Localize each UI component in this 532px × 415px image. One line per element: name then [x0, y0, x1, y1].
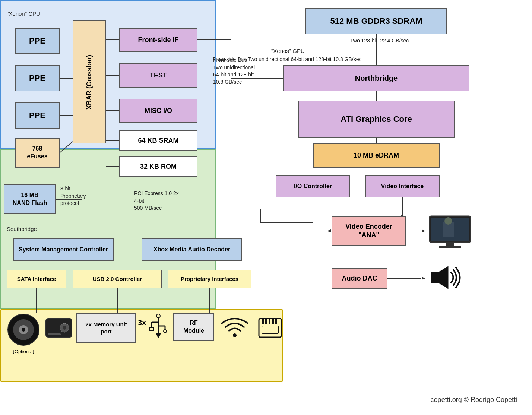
frontside-bus-text: Front-side Bus Two unidirectional 64-bit…: [213, 57, 255, 86]
diagram: "Xenon" CPU PPE PPE PPE XBAR (Crossbar) …: [0, 0, 532, 415]
edram-box: 10 MB eDRAM: [313, 143, 440, 168]
svg-marker-24: [422, 277, 425, 280]
svg-rect-62: [269, 319, 270, 324]
svg-point-55: [164, 330, 167, 333]
disc-icon: (Optional): [7, 313, 40, 354]
usb3x-label: 3x: [138, 319, 146, 327]
svg-point-37: [444, 217, 452, 225]
svg-rect-65: [262, 326, 278, 333]
nand-label: 16 MB NAND Flash: [13, 191, 47, 207]
test-box: TEST: [119, 63, 197, 88]
audio-dac-box: Audio DAC: [332, 268, 387, 289]
ppe2-box: PPE: [15, 65, 60, 91]
pcie-label: PCI Express 1.0 2x 4-bit 500 MB/sec: [134, 190, 179, 212]
sram64-box: 64 KB SRAM: [119, 130, 197, 151]
efuses-label: 768 eFuses: [27, 145, 47, 161]
xmad-box: Xbox Media Audio Decoder: [142, 238, 242, 261]
svg-marker-40: [431, 266, 448, 289]
nand-box: 16 MB NAND Flash: [4, 184, 56, 214]
northbridge-box: Northbridge: [283, 65, 469, 91]
svg-point-44: [22, 328, 25, 332]
efuses-box: 768 eFuses: [15, 138, 60, 168]
gddr3-box: 512 MB GDDR3 SDRAM: [305, 8, 447, 34]
usb-box: USB 2.0 Controller: [73, 270, 162, 288]
ppe3-box: PPE: [15, 102, 60, 129]
svg-rect-38: [446, 242, 454, 246]
video-enc-label: Video Encoder "ANA": [345, 222, 392, 240]
gddr3-sublabel: Two 128-bit, 22.4 GB/sec: [350, 37, 409, 45]
svg-rect-61: [265, 319, 267, 324]
optional-label: (Optional): [7, 349, 40, 354]
speaker-icon: [428, 263, 465, 294]
memunit-box: 2x Memory Unit port: [76, 313, 136, 343]
ppe1-box: PPE: [15, 28, 60, 54]
rom32-box: 32 KB ROM: [119, 156, 197, 177]
nand-proto-label: 8-bit Proprietary protocol: [60, 185, 86, 207]
video-if-box: Video Interface: [365, 175, 440, 197]
southbridge-label: Southbridge: [7, 226, 37, 232]
memunit-label: 2x Memory Unit port: [85, 321, 127, 335]
smc-box: System Management Controller: [13, 238, 114, 261]
svg-rect-60: [262, 319, 264, 324]
rf-module-box: RF Module: [173, 313, 214, 341]
svg-rect-63: [272, 319, 274, 324]
svg-point-47: [63, 326, 66, 330]
misc-io-box: MISC I/O: [119, 99, 197, 123]
svg-point-58: [233, 333, 237, 337]
sata-box: SATA Interface: [7, 270, 66, 288]
xenos-label: "Xenos" GPU: [271, 48, 305, 54]
svg-rect-64: [275, 319, 277, 324]
svg-rect-52: [150, 328, 153, 331]
xenon-label: "Xenon" CPU: [7, 10, 40, 17]
wifi-icon: [220, 313, 250, 344]
io-ctrl-box: I/O Controller: [276, 175, 350, 197]
svg-rect-48: [48, 333, 61, 335]
svg-rect-39: [439, 246, 461, 248]
svg-marker-56: [156, 333, 161, 338]
svg-marker-20: [327, 229, 331, 232]
monitor-icon: [428, 214, 472, 253]
ethernet-icon: [255, 313, 285, 344]
xbar-box: XBAR (Crossbar): [73, 20, 106, 143]
video-enc-box: Video Encoder "ANA": [332, 216, 406, 246]
svg-marker-22: [422, 229, 425, 232]
rf-label: RF Module: [183, 319, 204, 335]
usb-symbol-icon: [147, 313, 170, 348]
copyright-label: copetti.org © Rodrigo Copetti: [431, 396, 517, 404]
hdd-icon: [44, 313, 74, 344]
ati-core-box: ATI Graphics Core: [298, 101, 455, 138]
prop-if-box: Proprietary Interfaces: [168, 270, 251, 288]
frontside-if-box: Front-side IF: [119, 28, 197, 52]
